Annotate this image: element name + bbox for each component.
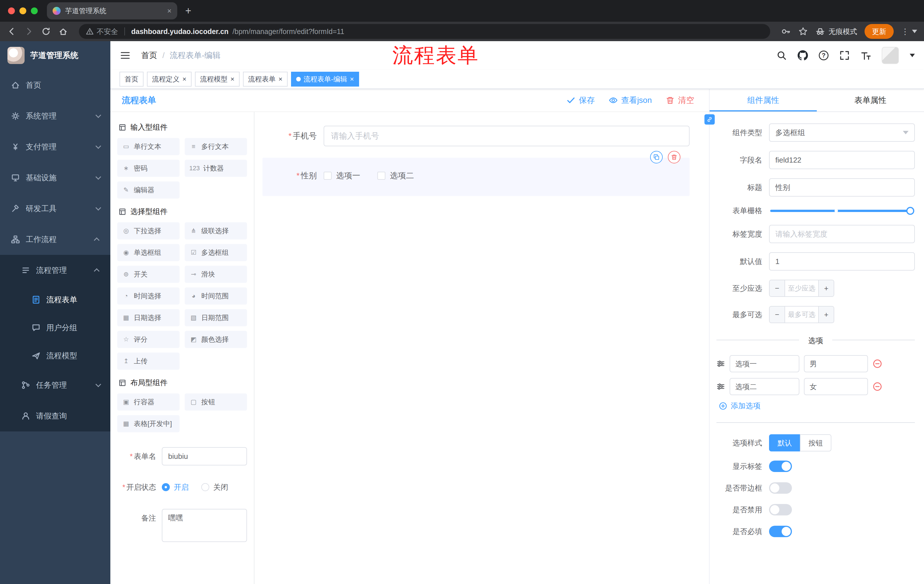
forward-icon[interactable]	[24, 26, 34, 36]
sidebar-item-process-form[interactable]: 流程表单	[0, 286, 111, 314]
maximize-window-button[interactable]	[31, 7, 38, 14]
home-icon[interactable]	[58, 26, 68, 36]
sidebar-item-devtools[interactable]: 研发工具	[0, 193, 111, 224]
show-label-switch[interactable]	[769, 461, 792, 472]
remark-textarea[interactable]: 嘿嘿	[162, 509, 247, 542]
drag-handle-icon[interactable]	[716, 382, 725, 391]
sidebar-item-workflow[interactable]: 工作流程	[0, 224, 111, 255]
hamburger-icon[interactable]	[119, 50, 131, 61]
close-icon[interactable]	[279, 75, 282, 83]
form-grid-slider[interactable]	[770, 210, 910, 212]
form-canvas[interactable]: *手机号	[254, 112, 709, 584]
component-time-picker[interactable]: ◔时间选择	[117, 288, 180, 304]
sidebar-item-process-model[interactable]: 流程模型	[0, 342, 111, 370]
component-radio-group[interactable]: ◉单选框组	[117, 244, 180, 261]
sidebar-item-leave-query[interactable]: 请假查询	[0, 401, 111, 431]
key-icon[interactable]	[781, 26, 791, 36]
remove-option-icon[interactable]	[873, 382, 882, 392]
component-editor[interactable]: ✎编辑器	[117, 181, 180, 199]
title-input[interactable]	[769, 178, 915, 197]
close-icon[interactable]	[231, 75, 234, 83]
component-single-line-text[interactable]: ▭单行文本	[117, 138, 180, 155]
close-icon[interactable]	[350, 75, 354, 83]
component-row-container[interactable]: ▣行容器	[117, 393, 180, 411]
status-off-radio[interactable]: 关闭	[201, 482, 228, 492]
border-switch[interactable]	[769, 482, 792, 494]
copy-field-button[interactable]	[650, 151, 663, 163]
clear-button[interactable]: 清空	[665, 95, 694, 106]
field-name-input[interactable]	[769, 151, 915, 169]
component-upload[interactable]: ↥上传	[117, 352, 180, 370]
tab-form-props[interactable]: 表单属性	[817, 89, 924, 112]
close-icon[interactable]	[182, 75, 186, 83]
sidebar-item-system[interactable]: 系统管理	[0, 100, 111, 132]
chevron-down-icon[interactable]	[910, 54, 915, 57]
component-color-picker[interactable]: ◩颜色选择	[185, 331, 247, 348]
add-option-button[interactable]: 添加选项	[719, 401, 915, 411]
component-time-range[interactable]: ◕时间范围	[185, 288, 247, 304]
plus-button[interactable]	[818, 280, 834, 296]
default-value-input[interactable]	[769, 252, 915, 271]
option-label-input[interactable]	[729, 378, 799, 395]
update-button[interactable]: 更新	[865, 24, 894, 39]
label-width-input[interactable]	[769, 225, 915, 243]
gender-option-1-checkbox[interactable]: 选项一	[323, 170, 360, 181]
option-label-input[interactable]	[729, 355, 799, 372]
option-value-input[interactable]	[804, 378, 868, 395]
option-value-input[interactable]	[804, 355, 868, 372]
slider-handle[interactable]	[906, 207, 914, 215]
delete-field-button[interactable]	[668, 151, 680, 163]
component-type-select[interactable]: 多选框组	[769, 123, 915, 142]
minimize-window-button[interactable]	[20, 7, 26, 14]
bookmark-star-icon[interactable]	[798, 26, 808, 36]
font-size-icon[interactable]	[861, 50, 871, 61]
sidebar-item-payment[interactable]: 支付管理	[0, 132, 111, 162]
address-bar[interactable]: 不安全 dashboard.yudao.iocoder.cn/bpm/manag…	[79, 24, 770, 39]
minus-button[interactable]	[770, 307, 785, 322]
tag-process-definition[interactable]: 流程定义	[147, 72, 191, 87]
plus-button[interactable]	[818, 307, 834, 322]
gender-field-block[interactable]: *性别 选项一 选项二	[262, 158, 690, 196]
sidebar-item-user-group[interactable]: 用户分组	[0, 314, 111, 342]
app-logo[interactable]: 芋道管理系统	[0, 41, 111, 70]
required-switch[interactable]	[769, 526, 792, 537]
tag-home[interactable]: 首页	[119, 72, 144, 87]
save-button[interactable]: 保存	[566, 95, 595, 106]
tag-process-model[interactable]: 流程模型	[195, 72, 239, 87]
view-json-button[interactable]: 查看json	[609, 95, 652, 106]
reload-icon[interactable]	[41, 26, 51, 36]
search-icon[interactable]	[777, 50, 787, 61]
component-date-picker[interactable]: ▦日期选择	[117, 309, 180, 326]
remove-option-icon[interactable]	[873, 359, 882, 368]
component-date-range[interactable]: ▧日期范围	[185, 309, 247, 326]
component-password[interactable]: ∗密码	[117, 160, 180, 177]
minus-button[interactable]	[770, 280, 785, 296]
link-icon[interactable]	[705, 114, 715, 125]
browser-tab[interactable]: 芋道管理系统 ×	[47, 2, 177, 20]
sidebar-item-home[interactable]: 首页	[0, 70, 111, 100]
fullscreen-icon[interactable]	[839, 50, 850, 61]
gender-option-2-checkbox[interactable]: 选项二	[377, 170, 414, 181]
style-button-button[interactable]: 按钮	[800, 434, 832, 451]
disabled-switch[interactable]	[769, 504, 792, 515]
tag-process-form[interactable]: 流程表单	[243, 72, 288, 87]
component-switch[interactable]: ⊚开关	[117, 266, 180, 283]
phone-field-row[interactable]: *手机号	[262, 123, 690, 148]
security-indicator[interactable]: 不安全	[86, 27, 118, 36]
min-select-input[interactable]	[785, 280, 818, 296]
sidebar-item-task-management[interactable]: 任务管理	[0, 370, 111, 401]
component-slider[interactable]: ⊸滑块	[185, 266, 247, 283]
component-rate[interactable]: ☆评分	[117, 331, 180, 348]
status-on-radio[interactable]: 开启	[162, 482, 189, 492]
new-tab-button[interactable]: +	[185, 5, 191, 17]
max-select-input[interactable]	[785, 307, 818, 322]
component-checkbox-group[interactable]: ☑多选框组	[185, 244, 247, 261]
close-tab-icon[interactable]: ×	[167, 7, 172, 15]
browser-menu-icon[interactable]	[901, 27, 904, 36]
form-name-input[interactable]	[162, 447, 247, 466]
tab-component-props[interactable]: 组件属性	[710, 89, 817, 112]
close-window-button[interactable]	[8, 7, 15, 14]
sidebar-item-process-management[interactable]: 流程管理	[0, 255, 111, 286]
breadcrumb-home[interactable]: 首页	[141, 50, 157, 61]
github-icon[interactable]	[798, 50, 808, 61]
